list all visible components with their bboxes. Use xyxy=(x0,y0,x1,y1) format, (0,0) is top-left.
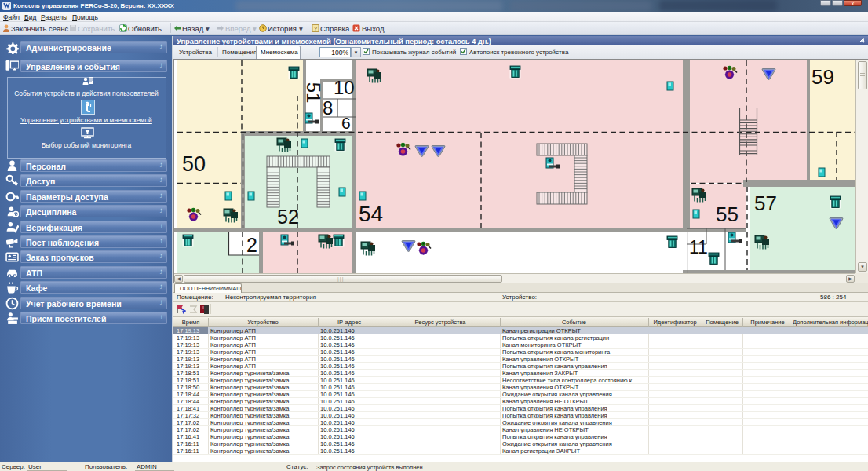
svg-text:52: 52 xyxy=(277,206,299,228)
svg-text:2: 2 xyxy=(246,234,257,256)
svg-text:11: 11 xyxy=(689,237,708,257)
svg-text:59: 59 xyxy=(811,65,834,89)
svg-text:54: 54 xyxy=(359,202,383,226)
svg-text:55: 55 xyxy=(716,203,739,226)
svg-text:57: 57 xyxy=(754,192,777,215)
svg-text:6: 6 xyxy=(341,114,351,132)
svg-text:51: 51 xyxy=(303,82,324,104)
svg-text:50: 50 xyxy=(182,152,206,176)
svg-text:?: ? xyxy=(314,26,317,31)
svg-text:10: 10 xyxy=(334,77,355,98)
